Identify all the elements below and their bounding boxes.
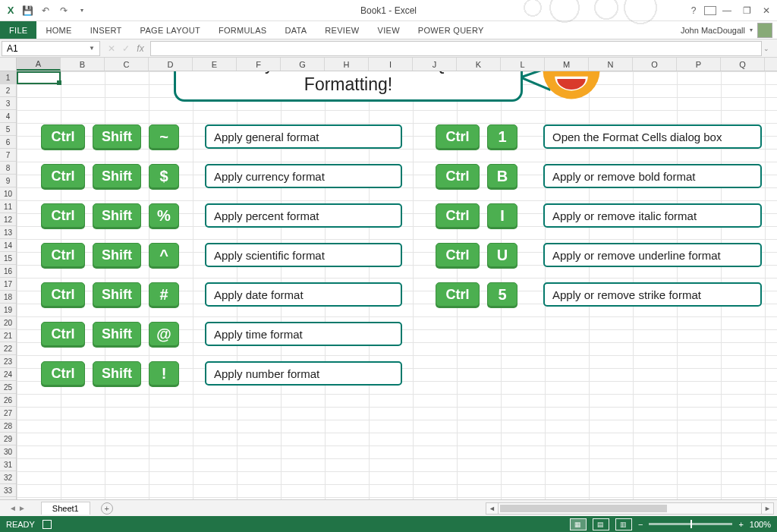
restore-button[interactable]: ❐ (738, 3, 756, 18)
undo-icon[interactable]: ↶ (38, 3, 53, 18)
sheet-tab[interactable]: Sheet1 (41, 502, 90, 515)
col-header[interactable]: K (457, 58, 501, 71)
row-header[interactable]: 27 (0, 407, 16, 420)
tab-data[interactable]: DATA (275, 21, 316, 39)
save-icon[interactable]: 💾 (20, 3, 35, 18)
sheet-prev-icon[interactable]: ◄ (9, 504, 17, 512)
col-header[interactable]: D (149, 58, 193, 71)
tab-formulas[interactable]: FORMULAS (209, 21, 276, 39)
page-break-view-icon[interactable]: ▥ (615, 518, 632, 530)
row-header[interactable]: 22 (0, 342, 16, 355)
zoom-slider[interactable] (649, 523, 732, 525)
col-header[interactable]: M (545, 58, 589, 71)
col-header[interactable]: O (633, 58, 677, 71)
fx-icon[interactable]: fx (134, 43, 147, 54)
redo-icon[interactable]: ↷ (56, 3, 71, 18)
sheet-next-icon[interactable]: ► (18, 504, 26, 512)
row-header[interactable]: 8 (0, 162, 16, 175)
row-header[interactable]: 2 (0, 84, 16, 97)
zoom-level[interactable]: 100% (750, 520, 771, 529)
tab-page-layout[interactable]: PAGE LAYOUT (131, 21, 209, 39)
scroll-right-icon[interactable]: ► (761, 503, 773, 514)
col-header[interactable]: B (61, 58, 105, 71)
col-header[interactable]: N (589, 58, 633, 71)
row-header[interactable]: 31 (0, 458, 16, 471)
tab-view[interactable]: VIEW (369, 21, 409, 39)
col-header[interactable]: E (193, 58, 237, 71)
row-header[interactable]: 17 (0, 278, 16, 291)
row-header[interactable]: 12 (0, 213, 16, 226)
qat-customize-icon[interactable]: ▾ (74, 3, 90, 18)
signed-in-user[interactable]: John MacDougall (681, 26, 745, 35)
minimize-button[interactable]: — (718, 3, 736, 18)
tab-insert[interactable]: INSERT (81, 21, 131, 39)
key-cap: Ctrl (41, 322, 85, 346)
row-header[interactable]: 21 (0, 329, 16, 342)
col-header[interactable]: G (281, 58, 325, 71)
new-sheet-button[interactable]: + (101, 502, 113, 515)
zoom-in-icon[interactable]: + (738, 520, 743, 529)
tab-home[interactable]: HOME (36, 21, 80, 39)
ribbon-display-icon[interactable] (704, 6, 716, 15)
shortcut-row: CtrlIApply or remove italic format (436, 203, 762, 228)
enter-formula-icon[interactable]: ✓ (119, 43, 133, 54)
scroll-left-icon[interactable]: ◄ (486, 503, 499, 514)
col-header[interactable]: H (325, 58, 369, 71)
user-dropdown-icon[interactable]: ▾ (750, 27, 753, 33)
close-button[interactable]: ✕ (757, 3, 775, 18)
row-header[interactable]: 4 (0, 110, 16, 123)
row-header[interactable]: 10 (0, 187, 16, 200)
row-header[interactable]: 9 (0, 175, 16, 187)
horizontal-scrollbar[interactable]: ◄ ► (486, 502, 774, 515)
name-box[interactable]: A1 ▼ (2, 41, 100, 56)
row-header[interactable]: 15 (0, 252, 16, 265)
expand-formula-icon[interactable]: ⌄ (763, 45, 774, 52)
row-header[interactable]: 29 (0, 433, 16, 445)
col-header[interactable]: L (501, 58, 545, 71)
row-header[interactable]: 20 (0, 316, 16, 329)
worksheet-grid[interactable]: 1234567891011121314151617181920212223242… (0, 71, 777, 499)
row-header[interactable]: 7 (0, 149, 16, 162)
col-header[interactable]: P (677, 58, 721, 71)
row-header[interactable]: 33 (0, 484, 16, 497)
row-header[interactable]: 18 (0, 291, 16, 304)
normal-view-icon[interactable]: ▦ (570, 518, 587, 530)
row-header[interactable]: 13 (0, 226, 16, 239)
tab-file[interactable]: FILE (0, 21, 36, 39)
tab-review[interactable]: REVIEW (316, 21, 368, 39)
formula-input[interactable] (150, 41, 762, 56)
row-header[interactable]: 5 (0, 123, 16, 136)
row-header[interactable]: 11 (0, 200, 16, 213)
row-header[interactable]: 6 (0, 136, 16, 149)
avatar[interactable] (757, 23, 772, 38)
row-header[interactable]: 16 (0, 265, 16, 278)
row-header[interactable]: 26 (0, 394, 16, 407)
zoom-out-icon[interactable]: − (638, 520, 643, 529)
row-header[interactable]: 3 (0, 97, 16, 110)
select-all-corner[interactable] (0, 58, 17, 71)
cancel-formula-icon[interactable]: ✕ (105, 43, 118, 54)
col-header[interactable]: A (17, 58, 61, 71)
row-header[interactable]: 30 (0, 445, 16, 458)
row-header[interactable]: 32 (0, 471, 16, 484)
row-header[interactable]: 14 (0, 239, 16, 252)
row-header[interactable]: 23 (0, 355, 16, 368)
row-header[interactable]: 19 (0, 304, 16, 316)
cells-area[interactable]: 12 Keyboard Shortcuts For Quick Formatti… (17, 71, 777, 499)
row-header[interactable]: 25 (0, 381, 16, 394)
page-layout-view-icon[interactable]: ▤ (593, 518, 609, 530)
key-cap: Ctrl (436, 203, 480, 228)
col-header[interactable]: Q (721, 58, 765, 71)
col-header[interactable]: J (413, 58, 457, 71)
row-header[interactable]: 1 (0, 71, 16, 84)
row-header[interactable]: 24 (0, 368, 16, 381)
scroll-thumb[interactable] (500, 505, 667, 512)
col-header[interactable]: C (105, 58, 149, 71)
col-header[interactable]: F (237, 58, 281, 71)
row-header[interactable]: 28 (0, 420, 16, 433)
col-header[interactable]: I (369, 58, 413, 71)
macro-record-icon[interactable] (42, 520, 52, 529)
help-icon[interactable]: ? (684, 3, 703, 18)
tab-power-query[interactable]: POWER QUERY (409, 21, 493, 39)
name-box-dropdown-icon[interactable]: ▼ (89, 45, 95, 52)
